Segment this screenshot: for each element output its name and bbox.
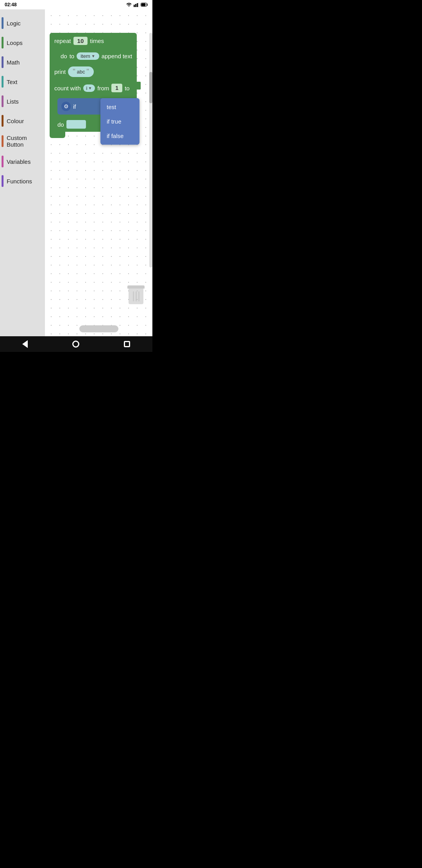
print-block[interactable]: print " abc " bbox=[50, 63, 137, 80]
count-label: count with bbox=[54, 85, 81, 91]
do-label-1: do bbox=[61, 53, 67, 59]
do-connector-slot bbox=[66, 120, 86, 129]
home-button[interactable] bbox=[72, 341, 79, 348]
to-label: to bbox=[70, 53, 75, 59]
workspace: repeat 10 times do to item ▼ append text bbox=[45, 9, 152, 336]
if-block-outer: ⚙ if test if true if false bbox=[50, 96, 137, 117]
logic-color-bar bbox=[2, 17, 4, 29]
dropdown-item-if-true[interactable]: if true bbox=[100, 114, 139, 129]
sidebar-item-colour[interactable]: Colour bbox=[0, 111, 45, 131]
colour-color-bar bbox=[2, 115, 4, 127]
back-icon bbox=[22, 340, 28, 348]
trash-line-3 bbox=[138, 291, 139, 301]
trash-lid bbox=[127, 285, 145, 289]
custom-color-bar bbox=[2, 135, 4, 147]
sidebar-label-functions: Functions bbox=[7, 178, 32, 185]
wifi-icon bbox=[126, 2, 132, 7]
count-block[interactable]: count with i ▼ from 1 to bbox=[50, 80, 137, 96]
do-label-bottom: do bbox=[57, 121, 64, 128]
print-label: print bbox=[54, 68, 66, 75]
sidebar-item-variables[interactable]: Variables bbox=[0, 152, 45, 171]
main-layout: Logic Loops Math Text Lists Colour Custo… bbox=[0, 9, 152, 336]
sidebar-label-loops: Loops bbox=[7, 39, 23, 46]
gear-icon[interactable]: ⚙ bbox=[61, 102, 71, 111]
svg-rect-5 bbox=[141, 4, 146, 6]
nav-bar bbox=[0, 336, 152, 352]
svg-rect-8 bbox=[136, 82, 141, 90]
scrollbar[interactable] bbox=[149, 33, 152, 267]
trash-can[interactable] bbox=[127, 285, 145, 305]
sidebar-label-lists: Lists bbox=[7, 98, 19, 105]
from-label: from bbox=[97, 85, 109, 91]
text-color-bar bbox=[2, 76, 4, 88]
block-end-cap bbox=[50, 132, 65, 138]
time: 02:48 bbox=[5, 2, 17, 7]
times-label: times bbox=[90, 38, 104, 44]
home-icon bbox=[72, 341, 79, 348]
status-bar: 02:48 bbox=[0, 0, 152, 9]
svg-rect-3 bbox=[138, 3, 139, 7]
recents-icon bbox=[124, 341, 130, 347]
sidebar-label-variables: Variables bbox=[7, 158, 30, 165]
print-value: abc bbox=[77, 69, 85, 75]
sidebar-label-logic: Logic bbox=[7, 20, 21, 27]
svg-rect-1 bbox=[135, 4, 136, 7]
sidebar-item-text[interactable]: Text bbox=[0, 72, 45, 91]
sidebar-label-colour: Colour bbox=[7, 118, 24, 124]
append-label: append text bbox=[102, 53, 132, 59]
count-from-value[interactable]: 1 bbox=[111, 84, 122, 92]
item-dropdown[interactable]: item ▼ bbox=[77, 52, 99, 60]
repeat-value[interactable]: 10 bbox=[73, 37, 88, 45]
sidebar: Logic Loops Math Text Lists Colour Custo… bbox=[0, 9, 45, 336]
if-section: ⚙ if test if true if false do bbox=[50, 96, 137, 138]
count-var-dropdown[interactable]: i ▼ bbox=[83, 84, 95, 92]
home-gesture-pill[interactable] bbox=[79, 325, 118, 332]
dropdown-item-test[interactable]: test bbox=[100, 100, 139, 114]
trash-line-2 bbox=[136, 291, 137, 301]
sidebar-item-logic[interactable]: Logic bbox=[0, 13, 45, 33]
signal-icon bbox=[134, 2, 139, 7]
trash-body bbox=[129, 289, 143, 304]
sidebar-item-custom-button[interactable]: Custom Button bbox=[0, 131, 45, 152]
count-var-arrow: ▼ bbox=[88, 86, 92, 90]
loops-color-bar bbox=[2, 37, 4, 48]
if-label: if bbox=[73, 103, 76, 110]
count-to-label: to bbox=[125, 85, 130, 91]
sidebar-label-text: Text bbox=[7, 79, 18, 85]
sidebar-label-custom: Custom Button bbox=[7, 135, 42, 148]
dropdown-item-if-false[interactable]: if false bbox=[100, 129, 139, 143]
svg-rect-0 bbox=[134, 5, 135, 7]
if-inner-block[interactable]: ⚙ if test if true if false bbox=[57, 98, 134, 115]
back-button[interactable] bbox=[22, 340, 28, 348]
count-right-connector bbox=[136, 82, 141, 90]
sidebar-item-math[interactable]: Math bbox=[0, 52, 45, 72]
battery-icon bbox=[141, 3, 148, 7]
scrollbar-thumb[interactable] bbox=[149, 72, 152, 103]
sidebar-item-loops[interactable]: Loops bbox=[0, 33, 45, 52]
repeat-block[interactable]: repeat 10 times bbox=[50, 33, 137, 48]
blocks-container: repeat 10 times do to item ▼ append text bbox=[50, 33, 137, 138]
item-label: item bbox=[80, 53, 90, 59]
quote-open: " bbox=[73, 68, 75, 76]
sidebar-item-functions[interactable]: Functions bbox=[0, 171, 45, 191]
lists-color-bar bbox=[2, 95, 4, 107]
status-icons bbox=[126, 2, 148, 7]
sidebar-item-lists[interactable]: Lists bbox=[0, 91, 45, 111]
recents-button[interactable] bbox=[124, 341, 130, 347]
repeat-label: repeat bbox=[54, 38, 71, 44]
count-var-label: i bbox=[86, 85, 88, 91]
print-value-pill[interactable]: " abc " bbox=[68, 66, 94, 77]
variables-color-bar bbox=[2, 156, 4, 167]
gear-symbol: ⚙ bbox=[64, 103, 69, 109]
do-append-block[interactable]: do to item ▼ append text bbox=[50, 48, 137, 63]
svg-rect-2 bbox=[137, 3, 138, 7]
sidebar-label-math: Math bbox=[7, 59, 20, 66]
if-dropdown-menu: test if true if false bbox=[100, 98, 139, 145]
math-color-bar bbox=[2, 56, 4, 68]
item-dropdown-arrow: ▼ bbox=[91, 54, 95, 58]
quote-close: " bbox=[87, 68, 89, 76]
functions-color-bar bbox=[2, 175, 4, 187]
trash-line-1 bbox=[133, 291, 134, 301]
